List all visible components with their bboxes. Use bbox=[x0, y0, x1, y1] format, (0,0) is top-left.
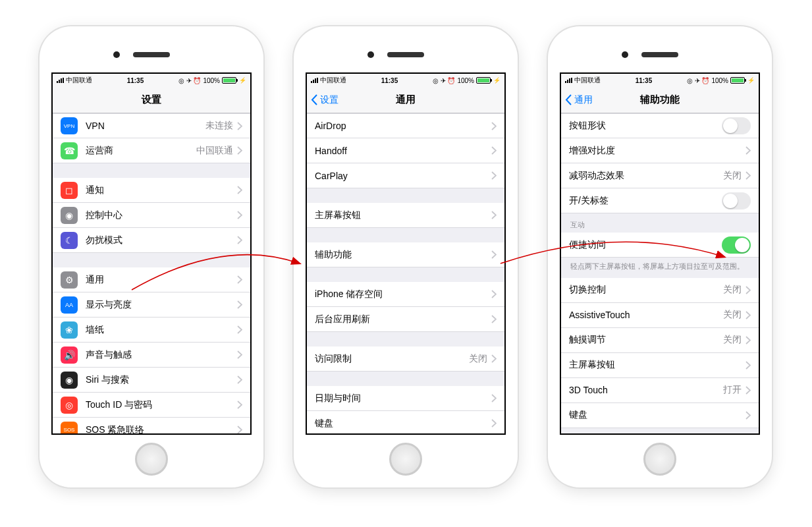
row-label: 开/关标签 bbox=[569, 195, 722, 207]
chevron-right-icon bbox=[237, 211, 242, 219]
row-label: 勿扰模式 bbox=[86, 235, 237, 246]
settings-row[interactable]: 3D Touch打开 bbox=[561, 378, 759, 403]
settings-row[interactable]: AssistiveTouch关闭 bbox=[561, 303, 759, 328]
status-indicators: ◎ ✈ ⏰ bbox=[433, 77, 456, 84]
row-icon: SOS bbox=[61, 422, 78, 434]
settings-row[interactable]: 触摸调节关闭 bbox=[561, 328, 759, 353]
settings-row[interactable]: 便捷访问 bbox=[561, 233, 759, 258]
settings-row[interactable]: ◻通知 bbox=[53, 178, 250, 203]
chevron-right-icon bbox=[237, 426, 242, 433]
row-label: SOS 紧急联络 bbox=[86, 424, 237, 434]
settings-row[interactable]: 辅助功能 bbox=[307, 242, 504, 267]
settings-row[interactable]: ☾勿扰模式 bbox=[53, 228, 250, 253]
row-label: Siri 与搜索 bbox=[86, 374, 237, 386]
screen-accessibility: 中国联通 11:35 ◎ ✈ ⏰ 100% ⚡ 通用 辅助功能 按钮形状增强对比… bbox=[560, 72, 760, 435]
row-label: iPhone 储存空间 bbox=[315, 289, 491, 300]
settings-row[interactable]: ◉Siri 与搜索 bbox=[53, 368, 250, 393]
settings-row[interactable]: CarPlay bbox=[307, 163, 504, 188]
nav-bar: 设置 bbox=[53, 87, 250, 113]
accessibility-list[interactable]: 按钮形状增强对比度减弱动态效果关闭开/关标签互动便捷访问轻点两下主屏幕按钮，将屏… bbox=[561, 113, 759, 433]
toggle-switch[interactable] bbox=[722, 117, 751, 134]
settings-row[interactable]: Handoff bbox=[307, 138, 504, 163]
settings-row[interactable]: 开/关标签 bbox=[561, 188, 759, 213]
general-list[interactable]: AirDropHandoffCarPlay主屏幕按钮辅助功能iPhone 储存空… bbox=[307, 113, 504, 433]
camera-dot bbox=[622, 51, 628, 58]
settings-row[interactable]: 切换控制关闭 bbox=[561, 278, 759, 303]
settings-row[interactable]: iPhone 储存空间 bbox=[307, 282, 504, 307]
settings-row[interactable]: ☎运营商中国联通 bbox=[53, 138, 250, 163]
settings-row[interactable]: ⚙通用 bbox=[53, 267, 250, 292]
settings-row[interactable]: 主屏幕按钮 bbox=[307, 203, 504, 228]
settings-row[interactable]: ◎Touch ID 与密码 bbox=[53, 393, 250, 418]
row-value: 未连接 bbox=[205, 120, 233, 132]
settings-row[interactable]: VPNVPN未连接 bbox=[53, 113, 250, 138]
settings-row[interactable]: 后台应用刷新 bbox=[307, 307, 504, 332]
row-label: 触摸调节 bbox=[569, 334, 723, 346]
settings-row[interactable]: 日期与时间 bbox=[307, 386, 504, 411]
home-button[interactable] bbox=[135, 443, 168, 476]
row-icon: ◉ bbox=[61, 207, 78, 224]
home-button[interactable] bbox=[643, 443, 676, 476]
nav-back[interactable]: 通用 bbox=[565, 87, 593, 113]
row-label: 访问限制 bbox=[315, 353, 469, 365]
status-time: 11:35 bbox=[381, 77, 398, 84]
row-label: 声音与触感 bbox=[86, 349, 237, 361]
speaker-slot bbox=[387, 52, 424, 57]
screen-settings: 中国联通 11:35 ◎ ✈ ⏰ 100% ⚡ 设置 VPNVPN未连接☎运营商… bbox=[51, 72, 252, 435]
chevron-right-icon bbox=[491, 146, 497, 155]
row-label: AssistiveTouch bbox=[569, 310, 723, 320]
chevron-right-icon bbox=[237, 275, 242, 284]
row-label: 切换控制 bbox=[569, 284, 723, 296]
status-time: 11:35 bbox=[127, 77, 144, 84]
row-value: 打开 bbox=[723, 384, 742, 396]
row-value: 关闭 bbox=[723, 284, 742, 296]
row-icon: ❀ bbox=[61, 321, 78, 339]
settings-row[interactable]: ◉控制中心 bbox=[53, 203, 250, 228]
row-label: 显示与亮度 bbox=[86, 299, 237, 311]
nav-back[interactable]: 设置 bbox=[311, 87, 338, 113]
settings-row[interactable]: 增强对比度 bbox=[561, 138, 759, 163]
row-label: 键盘 bbox=[569, 409, 745, 421]
chevron-right-icon bbox=[237, 236, 242, 244]
chevron-right-icon bbox=[745, 361, 751, 370]
charging-icon: ⚡ bbox=[239, 77, 246, 84]
settings-row[interactable]: 🔊声音与触感 bbox=[53, 343, 250, 368]
charging-icon: ⚡ bbox=[747, 77, 755, 84]
settings-row[interactable]: 键盘 bbox=[561, 403, 759, 428]
charging-icon: ⚡ bbox=[493, 77, 501, 84]
chevron-right-icon bbox=[745, 336, 751, 345]
settings-row[interactable]: 按钮形状 bbox=[561, 113, 759, 138]
row-label: Touch ID 与密码 bbox=[86, 399, 237, 411]
row-label: 主屏幕按钮 bbox=[569, 359, 745, 371]
settings-row[interactable]: 访问限制关闭 bbox=[307, 347, 504, 372]
settings-row[interactable]: 键盘 bbox=[307, 411, 504, 433]
nav-back-label: 通用 bbox=[574, 94, 593, 106]
row-label: 便捷访问 bbox=[569, 239, 722, 251]
row-label: CarPlay bbox=[315, 171, 491, 181]
nav-title: 设置 bbox=[142, 94, 161, 106]
settings-row[interactable]: AA显示与亮度 bbox=[53, 292, 250, 318]
settings-row[interactable]: 主屏幕按钮 bbox=[561, 353, 759, 378]
toggle-switch[interactable] bbox=[722, 236, 751, 254]
signal-icon bbox=[565, 78, 572, 83]
row-icon: ◎ bbox=[61, 397, 78, 414]
chevron-right-icon bbox=[745, 146, 751, 155]
settings-row[interactable]: SOSSOS 紧急联络 bbox=[53, 418, 250, 433]
toggle-switch[interactable] bbox=[722, 192, 751, 209]
stage: 中国联通 11:35 ◎ ✈ ⏰ 100% ⚡ 设置 VPNVPN未连接☎运营商… bbox=[0, 0, 812, 527]
settings-row[interactable]: 减弱动态效果关闭 bbox=[561, 163, 759, 188]
status-battery-pct: 100% bbox=[203, 77, 220, 84]
row-label: 增强对比度 bbox=[569, 145, 745, 157]
row-value: 关闭 bbox=[723, 170, 742, 182]
row-label: 控制中心 bbox=[86, 209, 237, 221]
row-label: 3D Touch bbox=[569, 385, 723, 395]
row-icon: ⚙ bbox=[61, 271, 78, 289]
settings-list[interactable]: VPNVPN未连接☎运营商中国联通◻通知◉控制中心☾勿扰模式⚙通用AA显示与亮度… bbox=[53, 113, 250, 433]
settings-row[interactable]: AirDrop bbox=[307, 113, 504, 138]
chevron-right-icon bbox=[237, 146, 242, 155]
row-icon: ☾ bbox=[61, 232, 78, 249]
home-button[interactable] bbox=[389, 443, 422, 476]
chevron-right-icon bbox=[745, 286, 751, 294]
row-icon: ◉ bbox=[61, 372, 78, 389]
settings-row[interactable]: ❀墙纸 bbox=[53, 318, 250, 343]
